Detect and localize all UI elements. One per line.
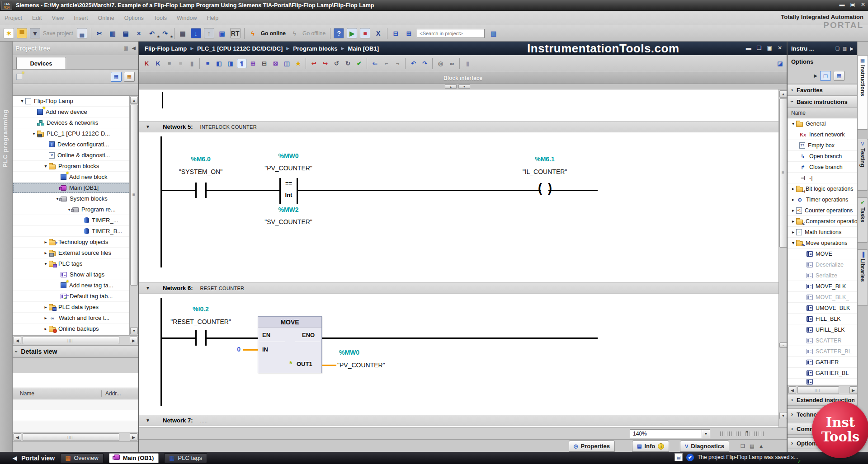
tree-item-program-blocks[interactable]: ▾Program blocks xyxy=(13,161,138,172)
new-item-icon[interactable] xyxy=(16,74,22,80)
select-operand-icon[interactable]: ▮ xyxy=(187,59,197,68)
column-name[interactable]: Name xyxy=(13,390,101,397)
tree-item-timer-b[interactable]: TIMER_B... xyxy=(13,226,138,237)
tree-item-plc-data-types[interactable]: ▸PLC data types xyxy=(13,302,138,313)
side-tab-tasks[interactable]: ✔ Tasks xyxy=(858,197,868,243)
more-options-icon[interactable]: ▶ xyxy=(814,73,817,78)
tree-item-timer[interactable]: TIMER_... xyxy=(13,215,138,226)
instruction-item-fill-blk[interactable]: FILL_BLK xyxy=(788,314,857,324)
split-horizontal-icon[interactable]: ⊟ xyxy=(391,28,401,38)
instructions-horizontal-scrollbar[interactable]: ◀▶ xyxy=(788,385,858,395)
download-to-device-icon[interactable]: ↓ xyxy=(191,28,201,38)
side-tab-testing[interactable]: V Testing xyxy=(858,139,868,191)
expand-right-icon[interactable]: ▸ xyxy=(790,230,796,234)
go-online-icon[interactable]: ϟ xyxy=(248,28,258,38)
open-project-icon[interactable]: ▀ xyxy=(17,28,27,38)
collapse-panel-icon[interactable]: ◀ xyxy=(132,45,136,51)
tree-vertical-scrollbar[interactable]: ▲▼ xyxy=(129,96,138,335)
tree-item-add-new-block[interactable]: Add new block xyxy=(13,172,138,183)
project-library-icon[interactable]: ▥ xyxy=(488,28,499,38)
network7-header[interactable]: ▼ Network 7: ..... xyxy=(139,415,778,426)
instruction-item-open-branch[interactable]: ↳Open branch xyxy=(788,151,857,162)
panel-options-icon[interactable]: ▥ xyxy=(843,46,847,51)
instruction-item-scatter-bl[interactable]: SCATTER_BL xyxy=(788,346,857,357)
expand-right-icon[interactable]: ▸ xyxy=(790,219,796,224)
expand-right-icon[interactable]: ▸ xyxy=(42,315,49,320)
sync-block-calls-icon[interactable]: ↻ xyxy=(343,59,353,68)
list-inspector-icon[interactable]: ▤ xyxy=(750,443,754,449)
update-block-calls-icon[interactable]: ↺ xyxy=(332,59,341,68)
taskbar-tab-overview[interactable]: ▦Overview xyxy=(60,453,103,463)
insert-empty-line-icon[interactable]: ≡ xyxy=(165,59,174,68)
details-horizontal-scrollbar[interactable]: ◀▶ xyxy=(13,432,138,442)
insert-network-icon[interactable]: K xyxy=(142,59,151,68)
tree-item-watch-and-force-t[interactable]: ▸∞Watch and force t... xyxy=(13,313,138,323)
contact-symbol[interactable] xyxy=(195,330,197,346)
instruction-item-move[interactable]: MOVE xyxy=(788,248,857,259)
breadcrumb-program-blocks[interactable]: Program blocks xyxy=(293,45,337,52)
pin-en[interactable]: EN xyxy=(262,332,270,338)
splitter-up-icon[interactable]: ▲ xyxy=(445,84,457,89)
compare-tag-bottom[interactable]: "SV_COUNTER" xyxy=(255,218,322,225)
instruction-item-timer-operations[interactable]: ▸⊙Timer operations xyxy=(788,194,857,205)
online-diagnostics-icon[interactable]: ? xyxy=(334,28,344,38)
tab-diagnostics[interactable]: V Diagnostics xyxy=(680,441,729,452)
contact-symbol[interactable] xyxy=(195,183,197,198)
instruction-item-move-operations[interactable]: ▾Move operations xyxy=(788,238,857,248)
table-mode-icon[interactable]: ▦ xyxy=(834,71,844,81)
details-view-header[interactable]: › Details view xyxy=(13,345,138,358)
tree-item-online-backups[interactable]: ▸Online backups xyxy=(13,323,138,334)
instruction-item-comparator-operations[interactable]: ▸Comparator operations xyxy=(788,216,857,227)
instruction-item-bit-logic-operations[interactable]: ▸Bit logic operations xyxy=(788,183,857,194)
search-input[interactable] xyxy=(417,29,485,38)
tree-item-add-new-tag-ta[interactable]: Add new tag ta... xyxy=(13,280,138,291)
instruction-item-move-blk[interactable]: MOVE_BLK_ xyxy=(788,292,857,303)
instruction-item-scatter[interactable]: SCATTER xyxy=(788,335,857,346)
network5-header[interactable]: ▼ Network 5: INTERLOCK COUNTER xyxy=(139,121,778,132)
move-out-address[interactable]: %MW0 xyxy=(339,349,389,356)
taskbar-tab-plc-tags[interactable]: ▦PLC tags xyxy=(164,453,207,463)
delete-network-icon[interactable]: K xyxy=(153,59,163,68)
expand-networks-icon[interactable]: ◧ xyxy=(214,59,224,68)
minimize-icon[interactable]: ▬ xyxy=(840,1,845,8)
zoom-slider[interactable]: ▼ xyxy=(720,431,765,436)
contact-symbol[interactable] xyxy=(205,183,207,198)
jump-forward-icon[interactable]: ↷ xyxy=(420,59,429,68)
tree-item-system-blocks[interactable]: ▾System blocks xyxy=(13,193,138,204)
operand-display-icon[interactable]: ⊟ xyxy=(259,59,269,68)
instruction-item-ufill-blk[interactable]: UFILL_BLK xyxy=(788,324,857,335)
favorites-icon[interactable]: ★ xyxy=(293,59,303,68)
expand-down-icon[interactable]: ▾ xyxy=(19,98,25,103)
split-vertical-icon[interactable]: ⊞ xyxy=(404,28,414,38)
delete-icon[interactable]: × xyxy=(134,28,144,38)
instruction-item-close-branch[interactable]: ↱Close branch xyxy=(788,162,857,173)
tree-item-technology-objects[interactable]: ▸Technology objects xyxy=(13,237,138,248)
stop-cpu-icon[interactable]: ■ xyxy=(360,28,370,38)
float-editor-icon[interactable]: ❏ xyxy=(757,45,762,51)
expand-right-icon[interactable]: ▸ xyxy=(42,326,49,331)
coil-tag[interactable]: "IL_COUNTER" xyxy=(509,168,581,175)
tree-item-program-re[interactable]: ▾Program re... xyxy=(13,204,138,215)
menu-insert[interactable]: Insert xyxy=(74,15,88,21)
rename-tag-icon[interactable]: ⊠ xyxy=(271,59,280,68)
collapse-network-icon[interactable]: ▼ xyxy=(146,286,152,291)
expand-right-icon[interactable]: ▸ xyxy=(790,197,796,202)
tree-item-plc-1-cpu-1212c-d[interactable]: ▾PLC_1 [CPU 1212C D... xyxy=(13,128,138,139)
float-panel-icon[interactable]: ❏ xyxy=(835,46,840,51)
consistency-check-icon[interactable]: ✔ xyxy=(354,59,364,68)
compare-address-bottom[interactable]: %MW2 xyxy=(255,206,322,213)
start-simulation-icon[interactable]: ▣ xyxy=(217,28,227,38)
tab-properties[interactable]: ◎ Properties xyxy=(569,441,615,452)
close-icon[interactable]: ✕ xyxy=(861,1,865,8)
compare-tag-top[interactable]: "PV_COUNTER" xyxy=(255,164,322,172)
expand-right-icon[interactable]: ▸ xyxy=(790,186,796,191)
side-tab-libraries[interactable]: ▐ Libraries xyxy=(858,249,868,306)
portal-view-button[interactable]: ◀ Portal view xyxy=(13,455,55,462)
breadcrumb-plc-1-cpu-1212c-dc-dc-dc[interactable]: PLC_1 [CPU 1212C DC/DC/DC] xyxy=(197,45,283,52)
pin-eno[interactable]: ENO xyxy=(302,332,315,338)
tree-item-devices-networks[interactable]: Devices & networks xyxy=(13,117,138,128)
splitter-down-icon[interactable]: ▼ xyxy=(458,84,470,89)
instruction-item-partial[interactable] xyxy=(788,379,857,385)
delete-empty-line-icon[interactable]: ≡ xyxy=(176,59,185,68)
compare-operator[interactable]: == xyxy=(279,180,298,187)
